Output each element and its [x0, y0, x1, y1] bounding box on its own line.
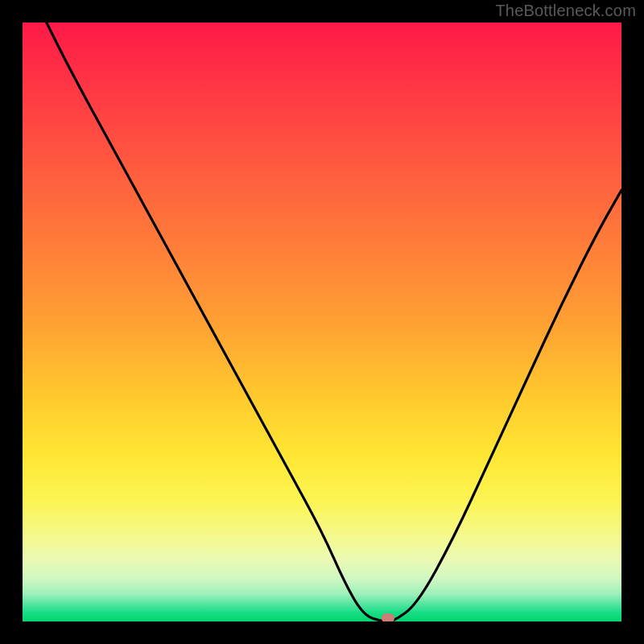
bottleneck-curve: [23, 23, 621, 621]
chart-frame: TheBottleneck.com: [0, 0, 644, 644]
watermark-text: TheBottleneck.com: [495, 2, 636, 20]
plot-area: [23, 23, 621, 621]
optimum-marker: [382, 613, 394, 621]
